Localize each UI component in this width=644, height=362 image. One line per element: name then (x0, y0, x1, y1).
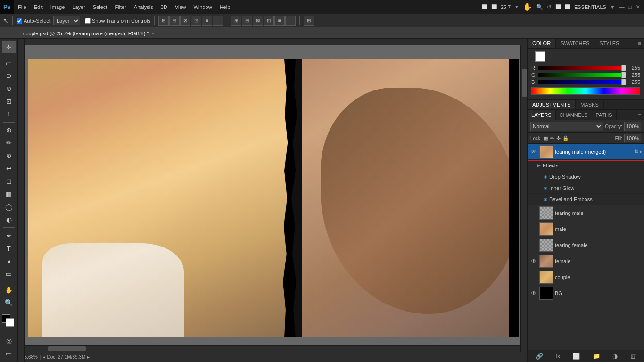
layers-tab[interactable]: LAYERS (528, 110, 556, 120)
delete-layer-btn[interactable]: 🗑 (628, 352, 638, 361)
scrollbar-vertical[interactable] (520, 45, 527, 352)
color-spectrum[interactable] (531, 87, 640, 95)
layer-visibility-tearing-male-merged[interactable]: 👁 (529, 148, 538, 156)
eraser-tool[interactable]: ◻ (2, 175, 16, 187)
screen-mode-btn[interactable]: ▭ (2, 348, 16, 360)
opacity-input[interactable] (624, 122, 641, 131)
menu-select[interactable]: Select (89, 0, 111, 14)
marquee-tool[interactable]: ▭ (2, 57, 16, 69)
fill-input[interactable] (624, 134, 641, 142)
align-bottom-btn[interactable]: ≣ (213, 16, 223, 26)
layer-row-tearing-male[interactable]: 👁 tearing male (528, 205, 644, 221)
layer-visibility-male[interactable]: 👁 (529, 225, 538, 233)
lock-transparent-btn[interactable]: ▦ (544, 135, 548, 141)
swatches-tab[interactable]: SWATCHES (556, 39, 594, 48)
channels-tab[interactable]: CHANNELS (556, 110, 592, 120)
layer-visibility-couple[interactable]: 👁 (529, 273, 538, 281)
menu-window[interactable]: Window (190, 0, 216, 14)
g-slider[interactable] (538, 73, 626, 77)
menu-help[interactable]: Help (216, 0, 234, 14)
lasso-tool[interactable]: ⊃ (2, 70, 16, 82)
status-arrow-right[interactable]: ▸ (87, 354, 90, 360)
zoom-tool[interactable]: 🔍 (2, 297, 16, 309)
paths-tab[interactable]: PATHS (592, 110, 617, 120)
blur-tool[interactable]: ◯ (2, 201, 16, 213)
path-select-tool[interactable]: ◂ (2, 255, 16, 267)
align-middle-btn[interactable]: ≡ (202, 16, 212, 26)
gradient-tool[interactable]: ▦ (2, 188, 16, 200)
align-top-btn[interactable]: ⊡ (191, 16, 201, 26)
quick-select-tool[interactable]: ⊙ (2, 82, 16, 94)
menu-edit[interactable]: Edit (30, 0, 47, 14)
menu-analysis[interactable]: Analysis (130, 0, 157, 14)
menu-file[interactable]: File (14, 0, 30, 14)
workspace-label[interactable]: ESSENTIALS (574, 4, 606, 10)
layers-panel-menu-icon[interactable]: ≡ (636, 110, 644, 120)
move-tool[interactable]: ✛ (2, 41, 16, 53)
layer-row-male[interactable]: 👁 male (528, 221, 644, 237)
drop-shadow-row[interactable]: ◉ Drop Shadow (528, 171, 644, 182)
align-left-btn[interactable]: ⊞ (158, 16, 169, 26)
dist-right-btn[interactable]: ⊠ (253, 16, 263, 26)
foreground-background-colors[interactable] (2, 314, 16, 326)
lock-image-btn[interactable]: ✏ (550, 135, 554, 141)
lock-all-btn[interactable]: 🔒 (562, 135, 569, 141)
hand-tool[interactable]: ✋ (2, 284, 16, 296)
create-group-btn[interactable]: 📁 (591, 352, 602, 361)
link-layers-btn[interactable]: 🔗 (534, 352, 545, 361)
color-panel-menu-icon[interactable]: ≡ (636, 39, 644, 48)
dist-center-btn[interactable]: ⊟ (242, 16, 252, 26)
scrollbar-horizontal[interactable] (25, 345, 520, 352)
r-slider[interactable] (538, 66, 626, 70)
align-center-btn[interactable]: ⊟ (169, 16, 180, 26)
pen-tool[interactable]: ✒ (2, 230, 16, 241)
inner-glow-row[interactable]: ◉ Inner Glow (528, 182, 644, 194)
dist-bottom-btn[interactable]: ≣ (285, 16, 296, 26)
crop-tool[interactable]: ⊡ (2, 95, 16, 107)
layer-visibility-female[interactable]: 👁 (529, 257, 538, 265)
clone-tool[interactable]: ⊕ (2, 150, 16, 162)
menu-layer[interactable]: Layer (68, 0, 89, 14)
masks-tab[interactable]: MASKS (576, 100, 604, 109)
transform-btn[interactable]: ⊞ (304, 16, 314, 26)
dist-left-btn[interactable]: ⊞ (231, 16, 241, 26)
color-swatch[interactable] (535, 51, 545, 62)
align-right-btn[interactable]: ⊠ (180, 16, 190, 26)
dist-mid-btn[interactable]: ≡ (274, 16, 285, 26)
layer-expand-icon[interactable]: ▸ (640, 149, 642, 154)
add-style-btn[interactable]: fx (553, 352, 562, 361)
tab-close-button[interactable]: × (152, 31, 154, 36)
layer-row-bg[interactable]: 👁 BG (528, 285, 644, 301)
layer-visibility-tearing-male[interactable]: 👁 (529, 209, 538, 217)
auto-select-dropdown[interactable]: Layer Group (53, 16, 80, 25)
layer-visibility-bg[interactable]: 👁 (529, 289, 538, 297)
styles-tab[interactable]: STYLES (594, 39, 624, 48)
text-tool[interactable]: T (2, 242, 16, 254)
layer-row-couple[interactable]: 👁 couple (528, 269, 644, 285)
add-mask-btn[interactable]: ⬜ (570, 352, 582, 361)
adj-panel-menu-icon[interactable]: ≡ (636, 100, 644, 109)
layer-fx-icon[interactable]: fx (635, 149, 638, 154)
adjustments-tab[interactable]: ADJUSTMENTS (528, 100, 576, 109)
menu-3d[interactable]: 3D (157, 0, 171, 14)
document-tab[interactable]: couple.psd @ 25.7% (tearing male (merged… (18, 28, 159, 38)
menu-image[interactable]: Image (47, 0, 69, 14)
brush-tool[interactable]: ✏ (2, 137, 16, 149)
menu-filter[interactable]: Filter (111, 0, 130, 14)
history-brush-tool[interactable]: ↩ (2, 163, 16, 174)
dodge-tool[interactable]: ◐ (2, 214, 16, 225)
menu-view[interactable]: View (171, 0, 190, 14)
bevel-emboss-row[interactable]: ◉ Bevel and Emboss (528, 194, 644, 205)
layer-row-tearing-male-merged[interactable]: 👁 tearing male (merged) fx ▸ (528, 144, 644, 160)
eyedropper-tool[interactable]: ⁞ (2, 108, 16, 120)
transform-controls-checkbox[interactable] (85, 18, 91, 24)
shape-tool[interactable]: ▭ (2, 268, 16, 280)
layer-visibility-tearing-female[interactable]: 👁 (529, 241, 538, 249)
create-adjustment-btn[interactable]: ◑ (611, 352, 619, 361)
auto-select-checkbox[interactable] (17, 18, 22, 24)
blend-mode-select[interactable]: Normal Dissolve Multiply Screen Overlay (530, 122, 603, 131)
dist-top-btn[interactable]: ⊡ (264, 16, 274, 26)
b-slider[interactable] (538, 80, 626, 84)
quick-mask-btn[interactable]: ◎ (2, 335, 16, 347)
lock-position-btn[interactable]: ✛ (556, 135, 561, 141)
